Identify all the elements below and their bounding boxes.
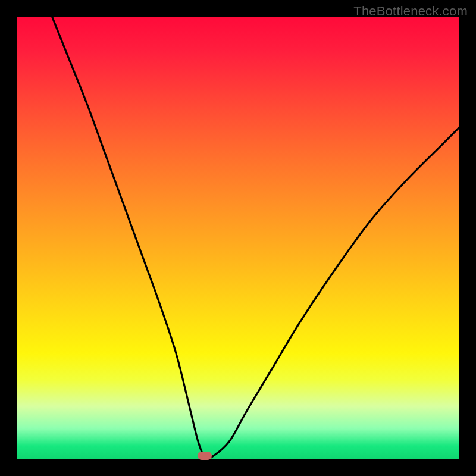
watermark-text: TheBottleneck.com — [353, 4, 468, 19]
plot-area — [17, 17, 459, 459]
chart-frame: TheBottleneck.com — [0, 0, 476, 476]
optimal-marker — [198, 452, 212, 460]
bottleneck-curve — [17, 17, 459, 459]
